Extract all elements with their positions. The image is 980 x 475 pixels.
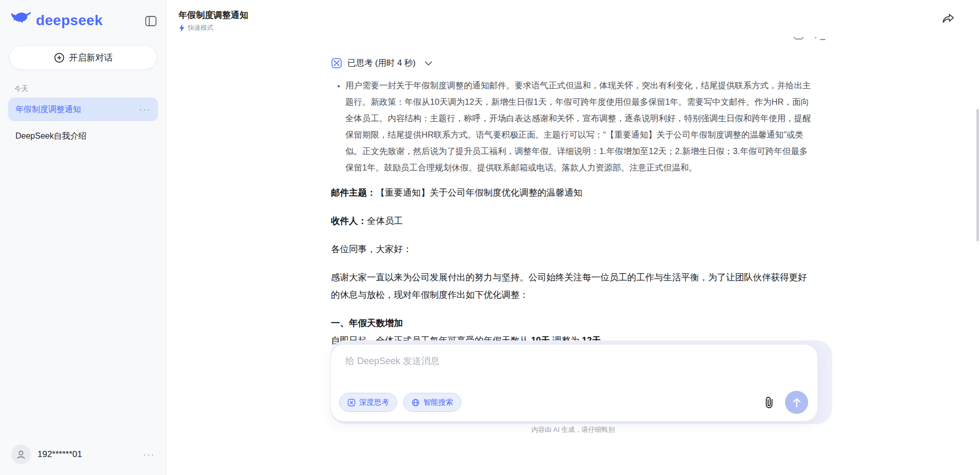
chat-item-more-icon[interactable]: ··· — [139, 105, 151, 114]
lightning-icon — [179, 24, 185, 32]
sidebar: deepseek 开启新对话 今天 年假制度调整通知 ··· DeepSeek自… — [0, 0, 166, 475]
composer: 深度思考 智能搜索 — [330, 344, 818, 422]
edit-icon[interactable] — [814, 37, 826, 43]
atom-icon — [331, 58, 342, 69]
atom-icon — [347, 398, 356, 407]
mode-badge: 快速模式 — [179, 24, 213, 32]
email-greeting: 各位同事，大家好： — [331, 240, 815, 258]
new-chat-button[interactable]: 开启新对话 — [9, 45, 157, 70]
message-toolbar-partial — [792, 37, 826, 43]
sidebar-collapse-icon[interactable] — [144, 14, 158, 28]
message-input[interactable] — [345, 355, 797, 384]
brand-wordmark: deepseek — [36, 12, 103, 29]
deep-think-toggle[interactable]: 深度思考 — [339, 393, 397, 412]
page-title: 年假制度调整通知 — [179, 9, 248, 21]
subject-label: 邮件主题： — [331, 187, 376, 198]
email-paragraph: 感谢大家一直以来为公司发展付出的努力与坚持。公司始终关注每一位员工的工作与生活平… — [331, 269, 815, 303]
globe-icon — [411, 398, 420, 407]
page-scrollbar[interactable] — [976, 109, 979, 241]
chat-item-label: DeepSeek自我介绍 — [15, 131, 151, 142]
plus-circle-icon — [54, 52, 65, 63]
paperclip-icon[interactable] — [761, 395, 777, 410]
thinking-summary: 已思考 (用时 4 秒) — [347, 58, 416, 69]
thinking-paragraph: 用户需要一封关于年假制度调整的通知邮件。要求语气正式但温和，体现关怀，突出有利变… — [345, 77, 815, 176]
send-button[interactable] — [785, 391, 808, 414]
subject-value: 【重要通知】关于公司年假制度优化调整的温馨通知 — [376, 187, 583, 198]
web-search-toggle[interactable]: 智能搜索 — [403, 393, 461, 412]
user-more-icon[interactable]: ··· — [143, 450, 155, 459]
user-account-row[interactable]: 192******01 ··· — [8, 441, 158, 468]
deep-think-label: 深度思考 — [359, 397, 389, 407]
new-chat-label: 开启新对话 — [69, 52, 113, 64]
chat-item-label: 年假制度调整通知 — [15, 104, 139, 115]
sidebar-item-annual-leave-notice[interactable]: 年假制度调整通知 ··· — [8, 98, 158, 121]
email-section-heading: 一、年假天数增加 — [331, 314, 815, 332]
recipient-label: 收件人： — [331, 216, 367, 226]
sidebar-item-deepseek-intro[interactable]: DeepSeek自我介绍 — [8, 124, 158, 148]
chevron-down-icon[interactable] — [425, 61, 432, 66]
email-subject-line: 邮件主题：【重要通知】关于公司年假制度优化调整的温馨通知 — [331, 184, 815, 201]
chat-header: 年假制度调整通知 快速模式 — [166, 0, 980, 37]
main-area: 年假制度调整通知 快速模式 — [166, 0, 980, 475]
avatar — [11, 445, 31, 464]
thinking-toggle[interactable]: 已思考 (用时 4 秒) — [331, 58, 815, 69]
deepseek-app: deepseek 开启新对话 今天 年假制度调整通知 ··· DeepSeek自… — [0, 0, 980, 475]
assistant-message: 已思考 (用时 4 秒) 用户需要一封关于年假制度调整的通知邮件。要求语气正式但… — [331, 37, 815, 349]
copy-icon[interactable] — [792, 37, 805, 43]
mode-label: 快速模式 — [188, 24, 213, 32]
whale-logo-icon — [10, 11, 32, 29]
ai-disclaimer: 内容由 AI 生成，请仔细甄别 — [166, 425, 980, 434]
composer-toolbar: 深度思考 智能搜索 — [339, 391, 808, 414]
share-icon[interactable] — [940, 10, 956, 27]
web-search-label: 智能搜索 — [423, 397, 453, 407]
history-section-label: 今天 — [14, 84, 28, 93]
answer-content: 邮件主题：【重要通知】关于公司年假制度优化调整的温馨通知 收件人：全体员工 各位… — [331, 184, 815, 349]
thinking-content: 用户需要一封关于年假制度调整的通知邮件。要求语气正式但温和，体现关怀，突出有利变… — [331, 77, 815, 176]
email-recipient-line: 收件人：全体员工 — [331, 212, 815, 230]
user-id: 192******01 — [37, 449, 136, 460]
brand-logo: deepseek — [10, 11, 103, 29]
recipient-value: 全体员工 — [367, 216, 403, 226]
